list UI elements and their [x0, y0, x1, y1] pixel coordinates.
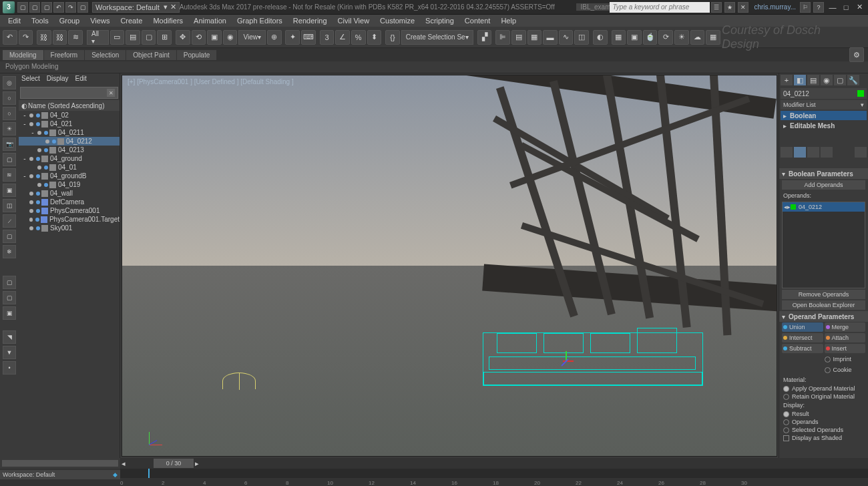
display-geom-icon[interactable]: ○ [3, 91, 16, 105]
menu-help[interactable]: Help [495, 17, 521, 25]
infocenter-icon[interactable]: ☰ [711, 2, 722, 13]
display-helpers-icon[interactable]: ▢ [3, 153, 16, 166]
menu-modifiers[interactable]: Modifiers [148, 17, 188, 25]
menu-civil-view[interactable]: Civil View [333, 17, 375, 25]
display-xrefs-icon[interactable]: ◫ [3, 199, 16, 212]
object-color-swatch[interactable] [857, 90, 864, 97]
merge-button[interactable]: Merge [825, 322, 866, 332]
filter-icon-4[interactable]: ◥ [3, 330, 16, 344]
motion-tab-icon[interactable]: ◉ [821, 75, 833, 85]
show-end-result-icon[interactable] [794, 147, 806, 158]
tree-item[interactable]: DefCamera [19, 198, 120, 206]
display-containers-icon[interactable]: ▢ [3, 230, 16, 243]
undo-button[interactable]: ↶ [3, 30, 17, 45]
workspace-status-dropdown[interactable]: Workspace: Default◆ [0, 470, 120, 479]
modifier-stack[interactable]: ▸Boolean▸Editable Mesh [779, 111, 868, 130]
display-as-shaded-checkbox[interactable]: Display as Shaded [779, 434, 868, 442]
layers-button[interactable]: ▤ [511, 30, 526, 45]
tree-item[interactable]: 04_019 [19, 180, 120, 189]
save-icon[interactable]: ▢ [41, 2, 52, 13]
signin-icon[interactable]: ★ [724, 2, 735, 13]
app-logo-icon[interactable]: 3 [3, 1, 15, 13]
render-activeshade-button[interactable]: ☀ [674, 30, 689, 45]
time-slider-handle[interactable]: 0 / 30 [154, 459, 194, 468]
help-search-input[interactable] [610, 2, 710, 13]
material-editor-button[interactable]: ◐ [593, 30, 608, 45]
minimize-button[interactable]: — [827, 2, 839, 13]
tree-item[interactable]: 04_0212 [19, 137, 120, 146]
configure-sets-icon[interactable] [855, 147, 867, 158]
curve-editor-button[interactable]: ∿ [559, 30, 574, 45]
edit-selset-button[interactable]: {} [385, 30, 400, 45]
tree-item[interactable]: -04_021 [19, 119, 120, 128]
explorer-tab-select[interactable]: Select [21, 75, 40, 84]
menu-tools[interactable]: Tools [26, 17, 54, 25]
display-groups-icon[interactable]: ▣ [3, 184, 16, 197]
unlink-button[interactable]: ⛓ [53, 30, 67, 45]
display-lights-icon[interactable]: ☀ [3, 122, 16, 136]
display-result-radio[interactable]: Result [779, 410, 868, 418]
placement-button[interactable]: ◉ [223, 30, 238, 45]
add-operands-button[interactable]: Add Operands [782, 180, 865, 190]
make-unique-icon[interactable] [807, 147, 819, 158]
keyboard-shortcut-button[interactable]: ⌨ [301, 30, 316, 45]
remove-modifier-icon[interactable] [821, 147, 833, 158]
filter-icon-6[interactable]: • [3, 361, 16, 375]
tree-item[interactable]: -04_ground [19, 154, 120, 163]
tree-item[interactable]: Sky001 [19, 224, 120, 232]
gizmo-icon[interactable] [563, 358, 570, 364]
modifier-list-dropdown[interactable]: Modifier List▾ [781, 100, 867, 109]
operand-item[interactable]: ◂▸ 04_0212 [783, 202, 865, 212]
menu-content[interactable]: Content [459, 17, 496, 25]
filter-icon-5[interactable]: ▼ [3, 346, 16, 359]
union-button[interactable]: Union [782, 322, 823, 332]
menu-animation[interactable]: Animation [188, 17, 232, 25]
snap-toggle-button[interactable]: 3 [320, 30, 335, 45]
close-button[interactable]: ✕ [853, 2, 865, 13]
tree-item[interactable]: -04_0211 [19, 128, 120, 137]
display-spacewarps-icon[interactable]: ≋ [3, 168, 16, 182]
selection-filter-dropdown[interactable]: All ▾ [87, 30, 109, 45]
modify-tab-icon[interactable]: ◧ [794, 75, 806, 85]
tree-item[interactable]: 04_01 [19, 163, 120, 172]
ribbon-tab-object-paint[interactable]: Object Paint [126, 50, 176, 60]
render-production-button[interactable]: 🍵 [643, 30, 658, 45]
favorites-icon[interactable]: ⚐ [800, 2, 811, 13]
utilities-tab-icon[interactable]: 🔧 [847, 75, 859, 85]
display-bones-icon[interactable]: ⟋ [3, 214, 16, 228]
object-name-field[interactable]: 04_0212 [781, 88, 867, 99]
redo-button[interactable]: ↷ [19, 30, 33, 45]
remove-operands-button[interactable]: Remove Operands [782, 290, 865, 299]
spinner-snap-button[interactable]: ⬍ [367, 30, 382, 45]
menu-create[interactable]: Create [115, 17, 148, 25]
filter-icon-2[interactable]: ▢ [3, 291, 16, 304]
tree-item[interactable]: PhysCamera001.Target [19, 215, 120, 224]
help-icon[interactable]: ? [813, 2, 824, 13]
redo-icon[interactable]: ↷ [65, 2, 76, 13]
ribbon-tab-populate[interactable]: Populate [177, 50, 216, 60]
undo-icon[interactable]: ↶ [53, 2, 64, 13]
display-shapes-icon[interactable]: ○ [3, 107, 16, 120]
operands-list[interactable]: ◂▸ 04_0212 [782, 202, 865, 288]
modifier-item[interactable]: ▸Boolean [781, 111, 867, 120]
angle-snap-button[interactable]: ∠ [335, 30, 350, 45]
render-panel-button[interactable]: ▦ [706, 30, 720, 45]
new-icon[interactable]: ▢ [17, 2, 28, 13]
viewport-label[interactable]: [+] [PhysCamera001 ] [User Defined ] [De… [128, 78, 294, 85]
scene-tree[interactable]: -04_02-04_021-04_021104_021204_0213-04_g… [19, 111, 120, 458]
display-selected-operands-radio[interactable]: Selected Operands [779, 426, 868, 434]
track-bar[interactable] [120, 469, 868, 478]
operand-params-rollout[interactable]: ▾Operand Parameters [779, 311, 868, 322]
hierarchy-tab-icon[interactable]: ▤ [807, 75, 819, 85]
menu-rendering[interactable]: Rendering [288, 17, 333, 25]
display-tab-icon[interactable]: ▢ [834, 75, 846, 85]
display-operands-radio[interactable]: Operands [779, 418, 868, 426]
ref-coord-dropdown[interactable]: View ▾ [238, 30, 266, 45]
open-icon[interactable]: ▢ [29, 2, 40, 13]
pin-stack-icon[interactable] [781, 147, 793, 158]
tree-item[interactable]: -04_groundB [19, 172, 120, 180]
menu-customize[interactable]: Customize [375, 17, 420, 25]
ribbon-toggle-button[interactable]: ▬ [543, 30, 558, 45]
display-all-icon[interactable]: ◎ [3, 76, 16, 89]
clear-search-icon[interactable]: ✕ [107, 89, 115, 97]
